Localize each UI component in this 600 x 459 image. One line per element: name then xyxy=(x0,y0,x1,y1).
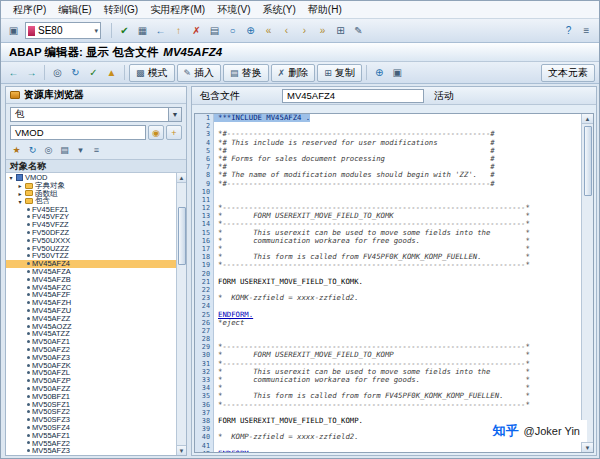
scroll-down-icon[interactable]: ▼ xyxy=(177,445,186,455)
expand-icon[interactable]: + xyxy=(166,125,182,140)
scroll-thumb[interactable] xyxy=(584,126,592,196)
tree-folders: ▸ 字典对象 ▸ 函数组 ▾ xyxy=(6,182,186,205)
back-arrow-icon[interactable]: ← xyxy=(5,64,22,81)
code-area[interactable]: 1 ***INCLUDE MV45AFZ4 . 2 3 *#----------… xyxy=(195,114,581,452)
separator xyxy=(366,65,367,80)
print-icon[interactable]: ▤ xyxy=(206,22,223,39)
exit-icon[interactable]: ↑ xyxy=(170,22,187,39)
folder-icon xyxy=(25,198,33,204)
new-session-icon[interactable]: ⊞ xyxy=(332,22,349,39)
favorites-icon[interactable]: ★ xyxy=(9,143,24,157)
include-name-field[interactable]: MV45AFZ4 xyxy=(282,89,424,103)
separator xyxy=(111,23,112,38)
panel-title-label: 资源库浏览器 xyxy=(24,88,84,102)
line-text: FORM USEREXIT_MOVE_FIELD_TO_KOMK. xyxy=(214,278,363,286)
copy-button[interactable]: ⊞ 复制 xyxy=(317,64,362,82)
line-number: 35 xyxy=(195,392,214,400)
info-icon[interactable]: ▣ xyxy=(389,64,406,81)
expander-icon[interactable]: ▾ xyxy=(17,198,23,205)
history-icon[interactable]: ↻ xyxy=(25,143,40,157)
line-number: 9 xyxy=(195,180,214,188)
menu-item[interactable]: 程序(P) xyxy=(7,2,52,18)
command-field-icon xyxy=(28,26,35,36)
page-up-icon[interactable]: ‹ xyxy=(278,22,295,39)
line-text: *eject xyxy=(214,319,244,327)
include-icon xyxy=(27,434,30,437)
menu-item[interactable]: 编辑(E) xyxy=(52,2,97,18)
object-name-input[interactable]: VMOD xyxy=(10,125,146,140)
tree-scrollbar[interactable]: ▲ ▼ xyxy=(176,173,186,455)
sap-gui-window: 程序(P)编辑(E)转到(G)实用程序(M)环境(V)系统(Y)帮助(H) ▣ … xyxy=(0,0,600,459)
expander-icon[interactable]: ▸ xyxy=(17,182,23,189)
enter-icon[interactable]: ✔ xyxy=(116,22,133,39)
text-elements-button[interactable]: 文本元素 xyxy=(541,64,595,82)
tree-folder[interactable]: ▸ 字典对象 xyxy=(6,182,186,190)
button-icon: ✎ xyxy=(184,68,192,78)
menu-item[interactable]: 实用程序(M) xyxy=(144,2,211,18)
line-number: 12 xyxy=(195,204,214,212)
tree-root-vmod[interactable]: ▾ VMOD xyxy=(6,174,186,182)
find-next-icon[interactable]: ⊕ xyxy=(242,22,259,39)
scroll-thumb[interactable] xyxy=(178,207,186,265)
line-number: 20 xyxy=(195,270,214,278)
code-line: 25 ENDFORM. xyxy=(195,311,581,319)
command-field[interactable]: SE80 ▾ xyxy=(25,22,101,39)
find-icon[interactable]: ○ xyxy=(224,22,241,39)
settings-icon[interactable]: ≡ xyxy=(89,143,104,157)
cancel-icon[interactable]: ✗ xyxy=(188,22,205,39)
menu-item[interactable]: 转到(G) xyxy=(98,2,144,18)
line-text: ENDFORM. xyxy=(214,450,253,452)
scroll-up-icon[interactable]: ▲ xyxy=(177,173,186,183)
session-icon[interactable]: ▣ xyxy=(5,22,22,39)
where-used-icon[interactable]: ⊕ xyxy=(371,64,388,81)
back-icon[interactable]: ← xyxy=(152,22,169,39)
line-number: 31 xyxy=(195,360,214,368)
display-view-icon[interactable]: ◎ xyxy=(49,64,66,81)
editor-body: 1 ***INCLUDE MV45AFZ4 . 2 3 *#----------… xyxy=(194,113,594,453)
refresh-tree-icon[interactable]: ◎ xyxy=(41,143,56,157)
activate-icon[interactable]: ▲ xyxy=(103,64,120,81)
line-number: 41 xyxy=(195,442,214,450)
page-down-icon[interactable]: › xyxy=(296,22,313,39)
first-page-icon[interactable]: « xyxy=(260,22,277,39)
editor-scrollbar[interactable]: ▲ ▼ xyxy=(581,114,593,452)
refresh-icon[interactable]: ↻ xyxy=(67,64,84,81)
include-icon xyxy=(27,371,30,374)
button-label: 文本元素 xyxy=(548,66,588,80)
forward-arrow-icon[interactable]: → xyxy=(23,64,40,81)
open-object-icon[interactable]: ▤ xyxy=(57,143,72,157)
nav-icons: ←→ xyxy=(5,64,40,81)
chevron-down-icon[interactable]: ▾ xyxy=(94,27,98,35)
pattern-button[interactable]: ▩ 模式 xyxy=(129,64,175,82)
expander-icon[interactable]: ▾ xyxy=(8,174,14,181)
check-icon[interactable]: ✓ xyxy=(85,64,102,81)
line-text: ***INCLUDE MV45AFZ4 . xyxy=(214,114,310,122)
page-title-object: MV45AFZ4 xyxy=(163,46,222,58)
shortcut-icon[interactable]: ✎ xyxy=(350,22,367,39)
filter-icon[interactable]: ▾ xyxy=(73,143,88,157)
line-number: 15 xyxy=(195,229,214,237)
tree-folder[interactable]: ▸ 函数组 xyxy=(6,190,186,198)
last-page-icon[interactable]: » xyxy=(314,22,331,39)
scroll-down-icon[interactable]: ▼ xyxy=(582,442,593,452)
button-icon: ▤ xyxy=(230,68,239,78)
code-line: 42 ENDFORM. xyxy=(195,450,581,452)
replace-button[interactable]: ▤ 替换 xyxy=(223,64,269,82)
scroll-up-icon[interactable]: ▲ xyxy=(582,114,593,124)
delete-button[interactable]: ✗ 删除 xyxy=(271,64,316,82)
include-icon xyxy=(27,278,30,281)
menu-item[interactable]: 系统(Y) xyxy=(256,2,301,18)
object-category-select[interactable]: 包 ▼ xyxy=(10,107,182,122)
chevron-down-icon[interactable]: ▼ xyxy=(168,108,181,121)
display-object-icon[interactable]: ◉ xyxy=(148,125,164,140)
line-number: 4 xyxy=(195,139,214,147)
include-icon xyxy=(27,364,30,367)
line-number: 13 xyxy=(195,212,214,220)
help-icon[interactable]: ? xyxy=(560,22,577,39)
expander-icon[interactable]: ▸ xyxy=(17,190,23,197)
save-icon[interactable]: ▦ xyxy=(134,22,151,39)
customize-layout-icon[interactable]: ≡ xyxy=(578,22,595,39)
menu-item[interactable]: 环境(V) xyxy=(211,2,256,18)
menu-item[interactable]: 帮助(H) xyxy=(302,2,348,18)
insert-button[interactable]: ✎ 插入 xyxy=(177,64,222,82)
